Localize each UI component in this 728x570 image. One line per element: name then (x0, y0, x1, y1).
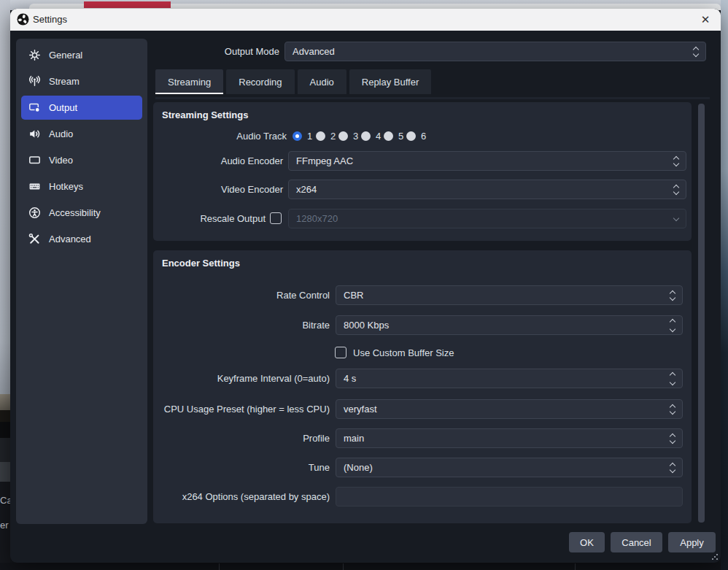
chevron-down-icon (670, 295, 675, 301)
chevron-down-icon (670, 467, 675, 473)
x264-options-label: x264 Options (separated by space) (182, 487, 330, 507)
close-icon[interactable]: ✕ (696, 10, 715, 29)
rescale-output-label: Rescale Output (200, 209, 266, 228)
background-divider (219, 563, 220, 570)
background-bottom-strip (0, 563, 728, 570)
tab-replay-buffer[interactable]: Replay Buffer (349, 69, 432, 94)
sidebar-item-label: Accessibility (49, 207, 101, 218)
tune-value: (None) (344, 462, 373, 473)
rescale-resolution-value: 1280x720 (296, 213, 338, 224)
spin-down-icon (670, 380, 675, 385)
cpu-usage-preset-label: CPU Usage Preset (higher = less CPU) (164, 399, 330, 419)
video-encoder-select[interactable]: x264 (288, 180, 686, 199)
sidebar-item-stream[interactable]: Stream (21, 69, 142, 93)
x264-options-input[interactable] (336, 487, 683, 507)
use-custom-buffer-size-checkbox[interactable] (335, 347, 346, 358)
background-text-fragment: er (0, 520, 9, 531)
vertical-scrollbar[interactable] (698, 104, 705, 523)
section-title: Streaming Settings (162, 109, 248, 120)
radio-label: 4 (376, 126, 381, 146)
cancel-button[interactable]: Cancel (611, 532, 662, 552)
tools-icon (28, 233, 41, 245)
sidebar-item-video[interactable]: Video (21, 148, 142, 172)
bitrate-spinbox[interactable]: 8000 Kbps (336, 315, 683, 335)
chevron-down-icon (673, 215, 679, 221)
tune-select[interactable]: (None) (336, 458, 683, 477)
apply-button[interactable]: Apply (668, 532, 716, 552)
chevron-down-icon (670, 438, 675, 444)
sidebar-item-label: Audio (49, 128, 73, 139)
tab-streaming[interactable]: Streaming (155, 69, 223, 94)
chevron-down-icon (670, 409, 675, 415)
broadcast-icon (28, 75, 41, 88)
streaming-settings-panel: Streaming Settings Audio Track 1 2 3 4 5… (153, 102, 692, 241)
radio-track-4[interactable] (361, 131, 371, 141)
sidebar-item-label: Hotkeys (49, 181, 83, 192)
sidebar: General Stream Output Audio Video (16, 39, 147, 524)
audio-encoder-select[interactable]: FFmpeg AAC (288, 151, 686, 171)
tab-recording[interactable]: Recording (226, 69, 294, 94)
sidebar-item-hotkeys[interactable]: Hotkeys (21, 174, 142, 199)
rate-control-label: Rate Control (276, 285, 330, 305)
background-fragment (0, 462, 10, 482)
radio-track-6[interactable] (406, 131, 416, 141)
rate-control-value: CBR (344, 290, 363, 301)
radio-track-2[interactable] (316, 131, 325, 141)
window-title: Settings (33, 14, 67, 25)
accessibility-icon (28, 207, 41, 219)
spin-down-icon (670, 326, 675, 332)
cpu-usage-preset-select[interactable]: veryfast (336, 399, 683, 419)
tab-audio[interactable]: Audio (298, 69, 346, 94)
output-mode-label: Output Mode (158, 42, 279, 61)
sidebar-item-accessibility[interactable]: Accessibility (21, 201, 142, 225)
background-divider (575, 563, 576, 570)
sidebar-item-output[interactable]: Output (21, 96, 142, 120)
keyboard-icon (28, 180, 41, 193)
sidebar-item-advanced[interactable]: Advanced (21, 227, 142, 251)
tab-separator (155, 97, 710, 99)
speaker-icon (28, 128, 41, 140)
sidebar-item-label: Advanced (49, 234, 91, 244)
radio-track-5[interactable] (384, 131, 393, 141)
resize-grip[interactable] (711, 553, 719, 561)
output-tabs: Streaming Recording Audio Replay Buffer (155, 69, 431, 94)
obs-logo-icon (17, 13, 29, 26)
radio-label: 2 (330, 126, 336, 146)
chevron-down-icon (693, 51, 699, 57)
audio-encoder-label: Audio Encoder (221, 151, 283, 171)
gear-icon (28, 49, 41, 61)
profile-value: main (344, 433, 364, 444)
video-encoder-label: Video Encoder (221, 180, 283, 199)
bitrate-label: Bitrate (302, 315, 330, 335)
radio-label: 3 (353, 126, 358, 146)
ok-button[interactable]: OK (569, 532, 605, 552)
radio-track-1[interactable] (293, 131, 302, 141)
radio-label: 6 (421, 126, 426, 146)
background-thumbnail-fragment (0, 394, 10, 410)
background-fragment (0, 438, 10, 462)
sidebar-item-label: Video (49, 155, 73, 166)
cpu-usage-preset-value: veryfast (344, 404, 377, 415)
background-fragment (0, 410, 10, 422)
sidebar-item-label: General (49, 50, 82, 61)
audio-track-radios: 1 2 3 4 5 6 (153, 126, 692, 146)
sidebar-item-general[interactable]: General (21, 43, 142, 67)
rate-control-select[interactable]: CBR (336, 285, 683, 305)
background-divider (343, 563, 344, 570)
bitrate-value: 8000 Kbps (344, 320, 389, 331)
profile-select[interactable]: main (336, 428, 683, 448)
tune-label: Tune (309, 458, 330, 477)
keyframe-interval-value: 4 s (344, 373, 356, 384)
video-encoder-value: x264 (296, 184, 317, 195)
keyframe-interval-label: Keyframe Interval (0=auto) (217, 369, 330, 388)
radio-label: 5 (398, 126, 403, 146)
keyframe-interval-spinbox[interactable]: 4 s (336, 369, 683, 388)
sidebar-item-audio[interactable]: Audio (21, 122, 142, 146)
display-icon (28, 154, 41, 166)
chevron-down-icon (673, 189, 679, 195)
radio-track-3[interactable] (338, 131, 348, 141)
rescale-resolution-select[interactable]: 1280x720 (288, 209, 686, 228)
output-mode-select[interactable]: Advanced (284, 42, 706, 61)
rescale-output-checkbox[interactable] (270, 212, 282, 224)
output-mode-value: Advanced (293, 46, 335, 57)
